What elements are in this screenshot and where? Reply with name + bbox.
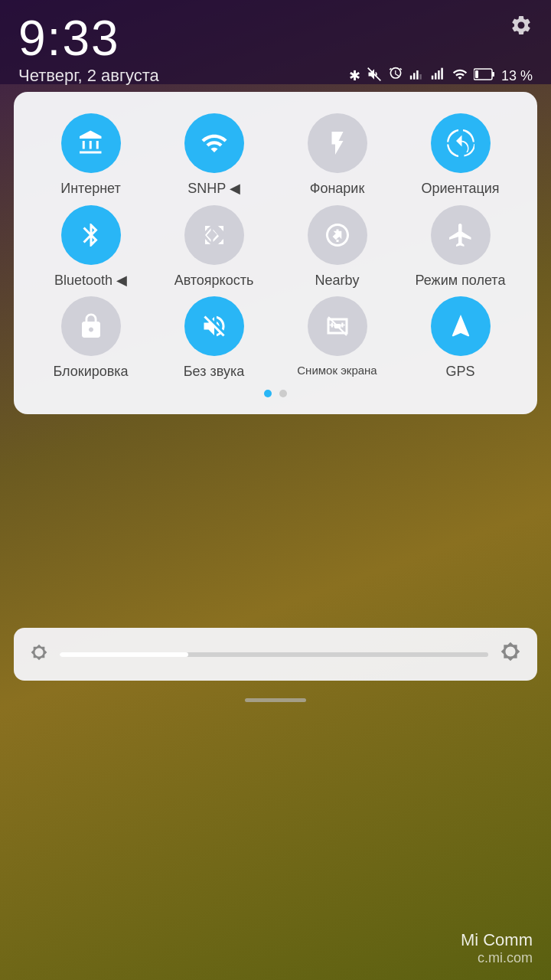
battery-percent: 13 % <box>501 68 533 84</box>
qs-item-wifi[interactable]: SNHP ◀ <box>152 113 276 198</box>
qs-item-internet[interactable]: Интернет <box>29 113 152 198</box>
orientation-label: Ориентация <box>421 181 499 198</box>
status-row: Четверг, 2 августа ✱ <box>18 66 533 86</box>
svg-rect-3 <box>416 70 419 80</box>
svg-rect-1 <box>410 75 412 79</box>
quick-settings-panel: Интернет SNHP ◀ Фонарик <box>14 92 537 414</box>
screenshot-label: Снимок экрана <box>297 364 377 377</box>
svg-rect-11 <box>475 70 478 78</box>
qs-item-orientation[interactable]: Ориентация <box>399 113 522 198</box>
flashlight-label: Фонарик <box>310 181 365 198</box>
airplane-circle <box>431 205 491 265</box>
svg-rect-8 <box>441 67 443 79</box>
date: Четверг, 2 августа <box>18 66 159 86</box>
airplane-label: Режим полета <box>416 273 506 289</box>
bluetooth-status-icon: ✱ <box>349 67 360 84</box>
qs-item-airplane[interactable]: Режим полета <box>399 205 522 289</box>
qs-item-flashlight[interactable]: Фонарик <box>276 113 399 198</box>
qs-item-bluetooth[interactable]: Bluetooth ◀ <box>29 205 152 289</box>
flashlight-circle <box>308 113 367 173</box>
qs-item-lock[interactable]: Блокировка <box>29 296 152 381</box>
internet-circle <box>61 113 121 173</box>
mute-icon <box>367 67 382 86</box>
silent-circle <box>184 296 244 356</box>
settings-icon[interactable] <box>510 14 533 42</box>
alarm-icon <box>388 67 403 86</box>
brightness-track[interactable] <box>60 652 488 657</box>
brightness-panel <box>14 628 537 681</box>
battery-icon <box>474 68 495 84</box>
bluetooth-label: Bluetooth ◀ <box>54 273 127 289</box>
signal1-icon <box>409 67 425 86</box>
watermark: Mi Comm c.mi.com <box>461 930 533 966</box>
bluetooth-circle <box>61 205 121 265</box>
status-icons: ✱ 13 % <box>349 67 533 86</box>
autobright-circle <box>184 205 244 265</box>
silent-label: Без звука <box>184 364 244 381</box>
brightness-high-icon <box>500 642 520 667</box>
svg-rect-5 <box>432 75 434 79</box>
gps-label: GPS <box>445 364 474 381</box>
wifi-label: SNHP ◀ <box>187 181 240 198</box>
wifi-circle <box>184 113 244 173</box>
svg-rect-6 <box>435 73 437 79</box>
orientation-circle <box>431 113 491 173</box>
page-dot-1[interactable] <box>264 390 272 397</box>
autobright-label: Автояркость <box>174 273 254 289</box>
svg-rect-10 <box>492 72 494 77</box>
qs-item-screenshot[interactable]: Снимок экрана <box>276 296 399 381</box>
brightness-fill <box>60 652 188 657</box>
nearby-label: Nearby <box>315 273 359 289</box>
qs-item-gps[interactable]: GPS <box>399 296 522 381</box>
svg-rect-4 <box>419 74 422 80</box>
watermark-line2: c.mi.com <box>461 950 533 966</box>
qs-item-nearby[interactable]: Nearby <box>276 205 399 289</box>
internet-label: Интернет <box>60 181 121 198</box>
svg-rect-7 <box>438 70 440 80</box>
drag-handle[interactable] <box>245 698 306 702</box>
wifi-status-icon <box>452 67 468 86</box>
svg-rect-2 <box>413 73 416 79</box>
status-bar: 9:33 Четверг, 2 августа ✱ <box>0 0 551 84</box>
gps-circle <box>431 296 491 356</box>
lock-circle <box>61 296 121 356</box>
page-dot-2[interactable] <box>279 390 287 397</box>
lock-label: Блокировка <box>53 364 128 381</box>
screenshot-circle <box>308 296 367 356</box>
pagination <box>29 390 522 397</box>
qs-item-silent[interactable]: Без звука <box>152 296 276 381</box>
qs-item-autobright[interactable]: Автояркость <box>152 205 276 289</box>
qs-grid: Интернет SNHP ◀ Фонарик <box>29 113 522 381</box>
clock: 9:33 <box>18 14 533 63</box>
signal2-icon <box>431 67 446 86</box>
brightness-low-icon <box>31 644 47 665</box>
nearby-circle <box>308 205 367 265</box>
watermark-line1: Mi Comm <box>461 930 533 950</box>
